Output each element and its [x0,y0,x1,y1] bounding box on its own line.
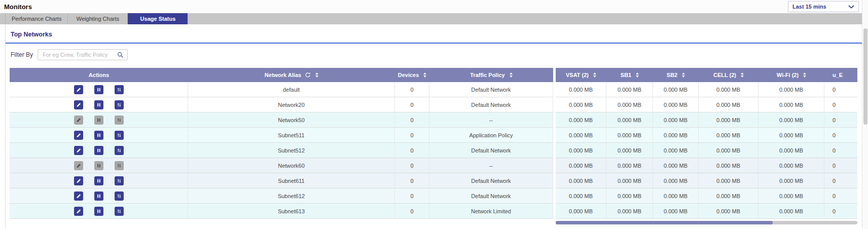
cell-cell: 0.000 MB [699,204,758,219]
column-header-policy[interactable]: Traffic Policy [429,68,553,82]
up-down-button[interactable] [115,176,124,185]
traffic-policy-cell: Default Network [429,188,553,204]
up-down-icon [116,147,122,154]
sb2-cell: 0.000 MB [653,82,699,97]
sb2-cell: 0.000 MB [653,173,699,188]
sb1-cell: 0.000 MB [606,204,653,219]
v-scrollbar-track[interactable] [862,0,868,229]
sort-desc-icon [510,75,513,78]
sort-icon[interactable] [682,72,685,78]
column-header-alias[interactable]: Network Alias [188,68,395,82]
pause-button[interactable] [94,85,103,94]
column-header-sb2[interactable]: SB2 [653,68,699,82]
devices-cell: 0 [395,173,429,188]
h-scrollbar-thumb[interactable] [556,221,773,224]
table-header: ActionsNetwork AliasDevicesTraffic Polic… [10,68,857,82]
edit-button[interactable] [74,100,83,109]
sort-desc-icon [423,75,426,78]
cell-cell: 0.000 MB [699,173,758,188]
up-down-button[interactable] [115,192,124,201]
pause-button[interactable] [94,207,103,216]
pause-button[interactable] [94,131,103,140]
h-scrollbar-track[interactable] [556,221,857,224]
pause-button[interactable] [94,146,103,155]
network-alias-cell: Network20 [188,97,395,112]
devices-cell: 0 [395,82,429,97]
tab-usage-status[interactable]: Usage Status [128,13,188,24]
network-alias-cell: Subnet612 [188,188,395,204]
tab-performance-charts[interactable]: Performance Charts [5,13,68,24]
sort-icon[interactable] [636,72,639,78]
traffic-policy-cell: Network Limited [429,204,553,219]
traffic-policy-cell: Default Network [429,173,553,188]
edit-icon [76,102,82,108]
tab-label: Usage Status [140,16,176,22]
up-down-button[interactable] [115,146,124,155]
actions-cell [10,143,188,158]
sort-asc-icon [682,72,685,74]
edit-button[interactable] [74,192,83,201]
traffic-policy-cell: Default Network [429,82,553,97]
column-header-u_e: u_E [824,68,857,82]
edit-icon [76,117,82,123]
filter-input[interactable] [42,51,115,58]
up-down-icon [116,132,122,138]
up-down-button[interactable] [115,131,124,140]
pause-button[interactable] [94,100,103,109]
edit-button[interactable] [74,116,83,125]
edit-icon [76,132,82,138]
sort-asc-icon [423,72,426,74]
table-body: default0Default Network0.000 MB0.000 MB0… [10,82,857,219]
u_e-cell: 0 [824,158,857,173]
column-header-cell[interactable]: CELL (2) [699,68,758,82]
u_e-cell: 0 [824,128,857,143]
pause-button[interactable] [94,161,103,170]
wifi-cell: 0.000 MB [758,82,824,97]
edit-button[interactable] [74,146,83,155]
sort-icon[interactable] [315,72,318,78]
column-header-wifi[interactable]: Wi-Fi (2) [758,68,824,82]
refresh-icon[interactable] [305,72,311,78]
sort-icon[interactable] [510,72,513,78]
sb2-cell: 0.000 MB [653,97,699,112]
up-down-icon [116,193,122,199]
up-down-button[interactable] [115,161,124,170]
edit-button[interactable] [74,161,83,170]
network-alias-cell: Network50 [188,112,395,128]
vsat-cell: 0.000 MB [556,112,606,128]
network-alias-cell: Network60 [188,158,395,173]
pause-button[interactable] [94,176,103,185]
table-row: Subnet6130Network Limited0.000 MB0.000 M… [10,204,857,219]
column-header-devices[interactable]: Devices [395,68,429,82]
up-down-button[interactable] [115,116,124,125]
pause-button[interactable] [94,192,103,201]
sort-icon[interactable] [741,72,744,78]
pause-button[interactable] [94,116,103,125]
edit-button[interactable] [74,207,83,216]
up-down-button[interactable] [115,85,124,94]
table-row: default0Default Network0.000 MB0.000 MB0… [10,82,857,97]
search-icon[interactable] [117,52,124,58]
table-row: Subnet5110Application Policy0.000 MB0.00… [10,128,857,143]
devices-cell: 0 [395,188,429,204]
sort-icon[interactable] [423,72,426,78]
sb1-cell: 0.000 MB [606,97,653,112]
v-scrollbar-thumb[interactable] [863,28,867,125]
column-header-sb1[interactable]: SB1 [606,68,653,82]
time-range-select[interactable]: Last 15 mins [788,1,859,12]
sort-icon[interactable] [803,72,806,78]
devices-cell: 0 [395,112,429,128]
tab-weighting-charts[interactable]: Weighting Charts [68,13,128,24]
up-down-button[interactable] [115,207,124,216]
vsat-cell: 0.000 MB [556,204,606,219]
edit-icon [76,208,82,214]
column-header-vsat[interactable]: VSAT (2) [556,68,606,82]
pause-icon [96,132,102,138]
sb2-cell: 0.000 MB [653,143,699,158]
sort-icon[interactable] [593,72,596,78]
column-label: VSAT (2) [566,72,589,78]
edit-button[interactable] [74,85,83,94]
edit-button[interactable] [74,131,83,140]
edit-button[interactable] [74,176,83,185]
up-down-button[interactable] [115,100,124,109]
